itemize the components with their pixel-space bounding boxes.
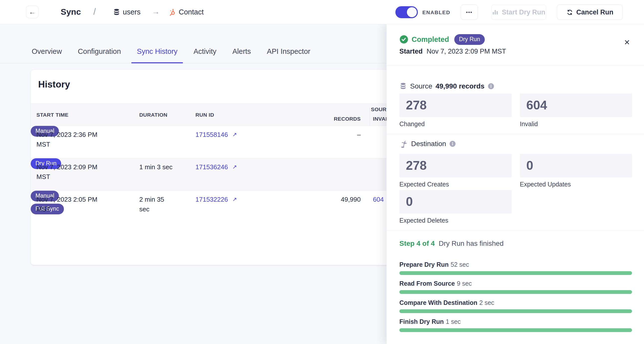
toggle-label: ENABLED — [422, 9, 450, 15]
tab-overview[interactable]: Overview — [26, 47, 68, 63]
stat-value: 0 — [520, 154, 632, 177]
stat-invalid: 604 Invalid — [520, 93, 632, 128]
progress-heading: Step 4 of 4Dry Run has finished — [400, 240, 504, 248]
started-value: Nov 7, 2023 2:09 PM MST — [426, 48, 506, 55]
source-section-header: Source 49,990 records — [400, 82, 494, 90]
database-icon — [113, 8, 120, 16]
stat-expected-updates: 0 Expected Updates — [520, 154, 632, 188]
records-cell: 49,990 — [305, 195, 361, 204]
step-message: Dry Run has finished — [439, 240, 504, 247]
duration-cell: 1 min 3 sec — [139, 162, 175, 172]
start-dry-run-button[interactable]: Start Dry Run — [491, 4, 546, 20]
stat-label: Changed — [400, 120, 512, 128]
status-row: Completed Dry Run — [400, 33, 485, 45]
stat-value: 0 — [400, 190, 512, 214]
check-circle-icon — [400, 35, 408, 44]
records-cell: – — [305, 130, 361, 140]
header-divider — [370, 108, 370, 126]
source-label: users — [123, 8, 140, 16]
stat-label: Expected Updates — [520, 181, 632, 188]
back-button[interactable]: ← — [26, 6, 38, 18]
tab-activity[interactable]: Activity — [188, 47, 222, 63]
info-icon[interactable] — [449, 141, 456, 147]
progress-step: Finish Dry Run1 sec — [400, 318, 632, 332]
step-duration: 9 sec — [457, 280, 472, 287]
run-id-link[interactable]: 171558146 — [196, 131, 228, 138]
run-detail-panel: ✕ Completed Dry Run StartedNov 7, 2023 2… — [386, 24, 644, 344]
invalid-link[interactable]: 604 — [373, 195, 384, 204]
cancel-run-button[interactable]: Cancel Run — [557, 4, 623, 20]
run-id-cell: 171558146 ↗ — [196, 130, 237, 140]
refresh-icon — [566, 9, 573, 16]
stat-value: 278 — [400, 154, 512, 177]
enabled-toggle[interactable] — [396, 6, 418, 18]
tab-api-inspector[interactable]: API Inspector — [261, 47, 316, 63]
palm-tree-icon — [400, 140, 408, 148]
stat-changed: 278 Changed — [400, 93, 512, 128]
tab-configuration[interactable]: Configuration — [72, 47, 126, 63]
stat-value: 278 — [400, 93, 512, 117]
start-time-cell: Nov 7, 2023 2:09 PM MST — [36, 162, 111, 182]
destination-section-label: Destination — [411, 140, 446, 148]
progress-bar — [400, 309, 632, 313]
step-counter: Step 4 of 4 — [400, 240, 435, 247]
duration-cell: 2 min 35 sec — [139, 195, 175, 214]
run-id-cell: 171536246 ↗ — [196, 162, 237, 172]
destination-stats: 278 Expected Creates 0 Expected Updates … — [400, 154, 632, 224]
external-link-icon: ↗ — [232, 130, 237, 139]
toggle-knob — [407, 7, 417, 17]
divider — [387, 66, 644, 66]
divider — [387, 231, 644, 231]
started-label: Started — [400, 48, 422, 55]
top-bar: ← Sync / users → C — [0, 0, 644, 24]
run-id-link[interactable]: 171536246 — [196, 163, 228, 171]
ellipsis-icon: ••• — [466, 9, 472, 15]
progress-step: Compare With Destination2 sec — [400, 299, 632, 313]
progress-bar — [400, 328, 632, 332]
start-time-cell: Nov 7, 2023 2:36 PM MST — [36, 130, 111, 149]
stat-expected-deletes: 0 Expected Deletes — [400, 190, 512, 224]
run-id-link[interactable]: 171532226 — [196, 196, 228, 203]
status-label: Completed — [412, 35, 449, 44]
step-duration: 52 sec — [450, 261, 469, 268]
dry-run-badge: Dry Run — [454, 34, 485, 45]
tab-sync-history[interactable]: Sync History — [131, 47, 183, 63]
info-icon[interactable] — [488, 83, 494, 89]
started-row: StartedNov 7, 2023 2:09 PM MST — [400, 48, 506, 55]
step-duration: 1 sec — [446, 318, 461, 325]
destination-section-header: Destination — [400, 140, 456, 148]
source-stats: 278 Changed 604 Invalid — [400, 93, 632, 128]
back-arrow-icon: ← — [29, 8, 36, 16]
destination-label: Contact — [179, 8, 204, 16]
start-time-cell: Nov 7, 2023 2:05 PM MST — [36, 195, 111, 214]
progress-step: Prepare Dry Run52 sec — [400, 261, 632, 275]
breadcrumb-destination[interactable]: Contact — [169, 0, 204, 24]
more-button[interactable]: ••• — [461, 4, 478, 20]
breadcrumb-source[interactable]: users — [113, 0, 140, 24]
start-dry-run-label: Start Dry Run — [502, 8, 545, 16]
stat-label: Invalid — [520, 120, 632, 128]
column-duration: DURATION — [139, 112, 167, 118]
hubspot-icon — [169, 8, 176, 16]
external-link-icon: ↗ — [232, 194, 237, 204]
page-title: Sync — [61, 7, 81, 17]
breadcrumb-separator: / — [93, 6, 96, 17]
progress-step: Read From Source9 sec — [400, 280, 632, 294]
step-name: Finish Dry Run — [400, 318, 444, 325]
step-name: Read From Source — [400, 280, 455, 287]
column-start-time: START TIME — [36, 112, 68, 118]
arrow-right-icon: → — [152, 7, 160, 16]
history-title: History — [38, 79, 70, 90]
external-link-icon: ↗ — [232, 162, 237, 172]
database-icon — [400, 83, 407, 90]
progress-bar — [400, 271, 632, 275]
stat-label: Expected Deletes — [400, 217, 512, 224]
run-id-cell: 171532226 ↗ — [196, 195, 237, 205]
tab-alerts[interactable]: Alerts — [227, 47, 256, 63]
stat-value: 604 — [520, 93, 632, 117]
divider — [387, 134, 644, 134]
close-button[interactable]: ✕ — [624, 38, 630, 47]
stat-label: Expected Creates — [400, 181, 512, 188]
step-name: Compare With Destination — [400, 299, 477, 306]
cancel-run-label: Cancel Run — [576, 8, 614, 16]
